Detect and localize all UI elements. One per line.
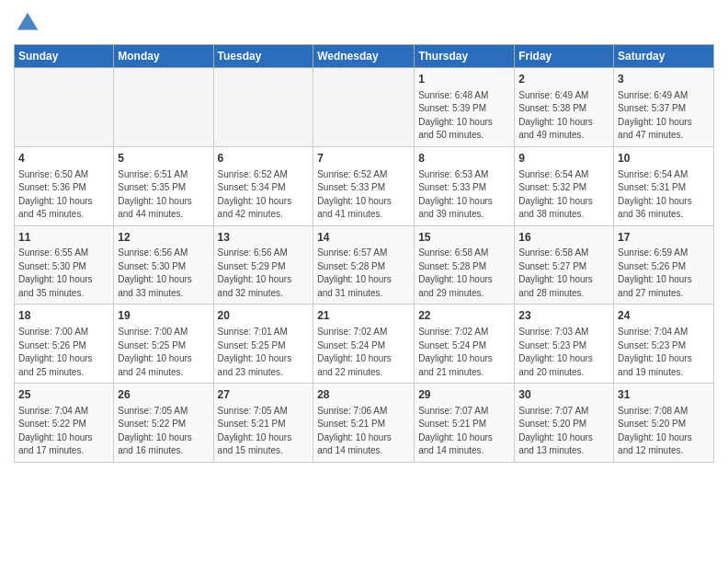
calendar-cell: 13Sunrise: 6:56 AM Sunset: 5:29 PM Dayli… xyxy=(213,225,313,304)
day-info: Sunrise: 7:00 AM Sunset: 5:26 PM Dayligh… xyxy=(18,326,109,379)
calendar-cell xyxy=(213,68,313,147)
day-number: 10 xyxy=(618,151,710,167)
day-number: 1 xyxy=(418,72,510,87)
day-info: Sunrise: 7:02 AM Sunset: 5:24 PM Dayligh… xyxy=(317,326,410,379)
day-number: 26 xyxy=(118,387,209,403)
day-number: 15 xyxy=(418,230,510,246)
day-info: Sunrise: 6:58 AM Sunset: 5:27 PM Dayligh… xyxy=(518,247,609,300)
day-number: 25 xyxy=(18,387,109,403)
day-info: Sunrise: 6:55 AM Sunset: 5:30 PM Dayligh… xyxy=(18,247,109,300)
day-info: Sunrise: 6:51 AM Sunset: 5:35 PM Dayligh… xyxy=(118,168,209,222)
calendar-cell: 11Sunrise: 6:55 AM Sunset: 5:30 PM Dayli… xyxy=(15,225,114,304)
calendar-cell: 31Sunrise: 7:08 AM Sunset: 5:20 PM Dayli… xyxy=(614,384,714,463)
day-number: 2 xyxy=(518,72,609,87)
calendar-cell: 26Sunrise: 7:05 AM Sunset: 5:22 PM Dayli… xyxy=(114,384,213,463)
calendar-cell xyxy=(313,68,415,147)
day-number: 27 xyxy=(218,387,310,403)
day-number: 5 xyxy=(118,151,209,167)
calendar-cell: 30Sunrise: 7:07 AM Sunset: 5:20 PM Dayli… xyxy=(515,384,614,463)
day-info: Sunrise: 6:57 AM Sunset: 5:28 PM Dayligh… xyxy=(317,247,410,300)
calendar-cell xyxy=(15,68,114,147)
logo-icon xyxy=(14,9,41,37)
day-info: Sunrise: 6:56 AM Sunset: 5:29 PM Dayligh… xyxy=(218,247,310,300)
calendar-week-row: 4Sunrise: 6:50 AM Sunset: 5:36 PM Daylig… xyxy=(15,146,714,225)
svg-marker-0 xyxy=(17,13,39,30)
calendar-cell: 18Sunrise: 7:00 AM Sunset: 5:26 PM Dayli… xyxy=(15,304,114,384)
calendar-cell: 25Sunrise: 7:04 AM Sunset: 5:22 PM Dayli… xyxy=(15,384,114,463)
calendar-cell: 17Sunrise: 6:59 AM Sunset: 5:26 PM Dayli… xyxy=(614,225,714,304)
day-number: 3 xyxy=(618,72,710,87)
day-number: 31 xyxy=(618,387,710,403)
day-number: 29 xyxy=(418,387,510,403)
calendar-week-row: 25Sunrise: 7:04 AM Sunset: 5:22 PM Dayli… xyxy=(15,384,714,463)
day-info: Sunrise: 6:52 AM Sunset: 5:33 PM Dayligh… xyxy=(317,168,410,222)
day-number: 8 xyxy=(418,151,510,167)
calendar-cell: 23Sunrise: 7:03 AM Sunset: 5:23 PM Dayli… xyxy=(515,304,614,384)
day-number: 9 xyxy=(518,151,609,167)
day-number: 6 xyxy=(218,151,310,167)
day-number: 22 xyxy=(418,308,510,324)
day-number: 17 xyxy=(618,230,710,246)
day-number: 12 xyxy=(118,230,209,246)
day-info: Sunrise: 7:04 AM Sunset: 5:22 PM Dayligh… xyxy=(18,405,109,458)
col-header-wednesday: Wednesday xyxy=(313,45,415,68)
day-info: Sunrise: 6:52 AM Sunset: 5:34 PM Dayligh… xyxy=(218,168,310,222)
day-info: Sunrise: 6:53 AM Sunset: 5:33 PM Dayligh… xyxy=(418,168,510,222)
calendar-cell: 7Sunrise: 6:52 AM Sunset: 5:33 PM Daylig… xyxy=(313,146,415,225)
day-info: Sunrise: 6:54 AM Sunset: 5:31 PM Dayligh… xyxy=(618,168,710,222)
day-number: 7 xyxy=(317,151,410,167)
calendar-cell: 5Sunrise: 6:51 AM Sunset: 5:35 PM Daylig… xyxy=(114,146,213,225)
day-info: Sunrise: 7:02 AM Sunset: 5:24 PM Dayligh… xyxy=(418,326,510,379)
day-info: Sunrise: 6:49 AM Sunset: 5:37 PM Dayligh… xyxy=(618,89,710,143)
day-info: Sunrise: 7:08 AM Sunset: 5:20 PM Dayligh… xyxy=(618,405,710,458)
day-info: Sunrise: 7:05 AM Sunset: 5:21 PM Dayligh… xyxy=(218,405,310,458)
day-info: Sunrise: 7:03 AM Sunset: 5:23 PM Dayligh… xyxy=(518,326,609,379)
calendar-week-row: 11Sunrise: 6:55 AM Sunset: 5:30 PM Dayli… xyxy=(15,225,714,304)
calendar-cell xyxy=(114,68,213,147)
day-number: 14 xyxy=(317,230,410,246)
calendar-week-row: 18Sunrise: 7:00 AM Sunset: 5:26 PM Dayli… xyxy=(15,304,714,384)
day-info: Sunrise: 7:04 AM Sunset: 5:23 PM Dayligh… xyxy=(618,326,710,379)
day-number: 4 xyxy=(18,151,109,167)
day-info: Sunrise: 7:00 AM Sunset: 5:25 PM Dayligh… xyxy=(118,326,209,379)
calendar-cell: 1Sunrise: 6:48 AM Sunset: 5:39 PM Daylig… xyxy=(415,68,515,147)
calendar-table: SundayMondayTuesdayWednesdayThursdayFrid… xyxy=(14,44,714,463)
day-number: 18 xyxy=(18,308,109,324)
calendar-cell: 12Sunrise: 6:56 AM Sunset: 5:30 PM Dayli… xyxy=(114,225,213,304)
day-number: 11 xyxy=(18,230,109,246)
calendar-cell: 2Sunrise: 6:49 AM Sunset: 5:38 PM Daylig… xyxy=(515,68,614,147)
calendar-cell: 24Sunrise: 7:04 AM Sunset: 5:23 PM Dayli… xyxy=(614,304,714,384)
day-info: Sunrise: 6:48 AM Sunset: 5:39 PM Dayligh… xyxy=(418,89,510,143)
calendar-cell: 8Sunrise: 6:53 AM Sunset: 5:33 PM Daylig… xyxy=(415,146,515,225)
day-info: Sunrise: 6:54 AM Sunset: 5:32 PM Dayligh… xyxy=(518,168,609,222)
calendar-cell: 28Sunrise: 7:06 AM Sunset: 5:21 PM Dayli… xyxy=(313,384,415,463)
day-number: 20 xyxy=(218,308,310,324)
day-number: 19 xyxy=(118,308,209,324)
calendar-cell: 22Sunrise: 7:02 AM Sunset: 5:24 PM Dayli… xyxy=(415,304,515,384)
col-header-monday: Monday xyxy=(114,45,213,68)
col-header-thursday: Thursday xyxy=(415,45,515,68)
day-number: 13 xyxy=(218,230,310,246)
calendar-cell: 3Sunrise: 6:49 AM Sunset: 5:37 PM Daylig… xyxy=(614,68,714,147)
day-info: Sunrise: 7:07 AM Sunset: 5:20 PM Dayligh… xyxy=(518,405,609,458)
day-info: Sunrise: 7:05 AM Sunset: 5:22 PM Dayligh… xyxy=(118,405,209,458)
calendar-cell: 15Sunrise: 6:58 AM Sunset: 5:28 PM Dayli… xyxy=(415,225,515,304)
day-number: 30 xyxy=(518,387,609,403)
day-info: Sunrise: 6:58 AM Sunset: 5:28 PM Dayligh… xyxy=(418,247,510,300)
col-header-tuesday: Tuesday xyxy=(213,45,313,68)
day-info: Sunrise: 6:59 AM Sunset: 5:26 PM Dayligh… xyxy=(618,247,710,300)
day-info: Sunrise: 7:06 AM Sunset: 5:21 PM Dayligh… xyxy=(317,405,410,458)
calendar-header-row: SundayMondayTuesdayWednesdayThursdayFrid… xyxy=(15,45,714,68)
col-header-saturday: Saturday xyxy=(614,45,714,68)
day-number: 28 xyxy=(317,387,410,403)
calendar-cell: 27Sunrise: 7:05 AM Sunset: 5:21 PM Dayli… xyxy=(213,384,313,463)
day-info: Sunrise: 6:50 AM Sunset: 5:36 PM Dayligh… xyxy=(18,168,109,222)
day-info: Sunrise: 7:01 AM Sunset: 5:25 PM Dayligh… xyxy=(218,326,310,379)
calendar-cell: 6Sunrise: 6:52 AM Sunset: 5:34 PM Daylig… xyxy=(213,146,313,225)
day-info: Sunrise: 6:49 AM Sunset: 5:38 PM Dayligh… xyxy=(518,89,609,143)
day-number: 21 xyxy=(317,308,410,324)
day-info: Sunrise: 7:07 AM Sunset: 5:21 PM Dayligh… xyxy=(418,405,510,458)
page-header xyxy=(14,9,714,37)
calendar-cell: 21Sunrise: 7:02 AM Sunset: 5:24 PM Dayli… xyxy=(313,304,415,384)
day-number: 23 xyxy=(518,308,609,324)
